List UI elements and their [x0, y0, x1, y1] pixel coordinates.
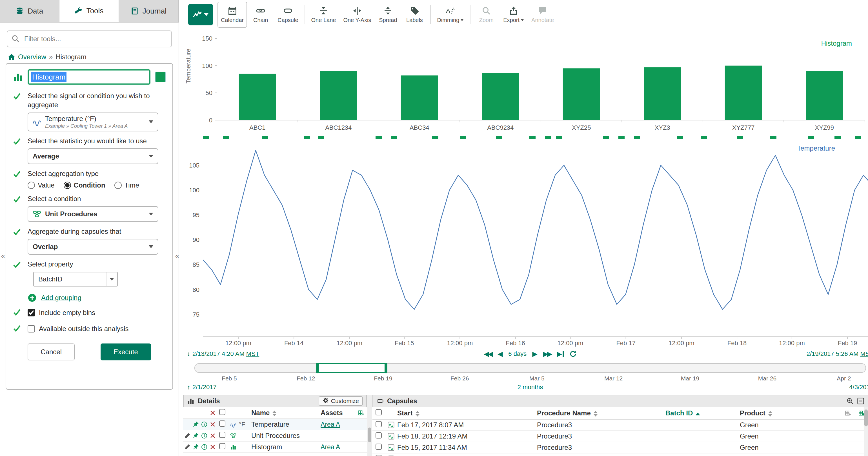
remove-icon[interactable] — [209, 444, 217, 450]
toolbar-button-export[interactable]: Export — [500, 2, 527, 28]
remove-icon[interactable] — [209, 421, 217, 428]
timeline-track[interactable] — [194, 363, 866, 373]
row-checkbox[interactable] — [376, 444, 382, 450]
collapse-left-edge-chevron[interactable]: « — [1, 252, 5, 260]
table-row[interactable]: °FTemperatureArea A — [183, 419, 367, 430]
collapse-panel-icon[interactable] — [857, 397, 864, 405]
trend-legend[interactable]: Temperature — [797, 144, 835, 152]
condition-select[interactable]: Unit Procedures — [28, 206, 158, 222]
available-outside-checkbox[interactable] — [28, 325, 35, 333]
range-end[interactable]: 2/19/2017 5:26 AM MST — [807, 350, 868, 358]
histogram-legend[interactable]: Histogram — [821, 39, 852, 47]
asset-link[interactable]: Area A — [320, 443, 355, 451]
timeline-end[interactable]: 4/3/2017 — [849, 383, 868, 391]
info-icon[interactable] — [200, 433, 209, 439]
toolbar-button-labels[interactable]: Labels — [401, 2, 427, 28]
timeline-selection-window[interactable] — [318, 363, 386, 373]
skip-to-end-button[interactable]: ▶ — [557, 350, 564, 357]
toolbar-button-calendar[interactable]: Calendar — [217, 2, 247, 28]
toolbar-button-spread[interactable]: Spread — [375, 2, 401, 28]
include-empty-bins-checkbox[interactable] — [28, 309, 35, 316]
details-assets-column[interactable]: Assets — [320, 409, 355, 417]
cancel-button[interactable]: Cancel — [28, 343, 75, 361]
select-all-capsules-checkbox[interactable] — [376, 409, 382, 416]
item-name[interactable]: Unit Procedures — [251, 432, 320, 440]
histogram-name-input[interactable]: Histogram — [28, 69, 150, 85]
radio-condition-input[interactable] — [64, 181, 71, 189]
during-select[interactable]: Overlap — [28, 239, 158, 255]
color-swatch-button[interactable] — [155, 72, 166, 82]
property-select[interactable]: BatchID — [33, 272, 118, 286]
toolbar-button-one-y-axis[interactable]: One Y-Axis — [340, 2, 374, 28]
pin-icon[interactable] — [192, 433, 200, 439]
table-row[interactable]: Feb 17, 2017 8:07 AMProcedure3Green — [372, 420, 868, 431]
remove-all-icon[interactable] — [209, 410, 217, 416]
table-row[interactable]: HistogramArea A — [183, 441, 367, 453]
filter-tools-input[interactable] — [7, 30, 172, 47]
add-grouping-link[interactable]: Add grouping — [41, 294, 82, 302]
histogram-chart[interactable]: 050100150ABC1ABC1234ABC34ABC9234XYZ25XYZ… — [186, 33, 868, 133]
timeline-handle-right[interactable] — [384, 363, 388, 373]
radio-time-input[interactable] — [114, 181, 122, 189]
row-checkbox[interactable] — [376, 455, 382, 456]
signal-select[interactable]: Temperature (°F) Example » Cooling Tower… — [28, 113, 158, 132]
timeline-duration[interactable]: 2 months — [186, 383, 868, 391]
info-icon[interactable] — [200, 444, 209, 450]
edit-icon[interactable] — [183, 444, 192, 450]
toolbar-button-dimming[interactable]: Dimming — [434, 2, 467, 28]
tab-tools[interactable]: Tools — [59, 0, 119, 22]
details-name-column[interactable]: Name — [251, 409, 320, 417]
zoom-to-capsule-icon[interactable] — [846, 397, 854, 405]
capsules-scrollbar[interactable] — [864, 407, 868, 456]
customize-button[interactable]: Customize — [319, 396, 363, 406]
table-row[interactable]: Feb 15, 2017 11:43 PMProcedure3Green — [372, 453, 868, 456]
table-icon[interactable] — [841, 410, 855, 416]
statistic-select[interactable]: Average — [28, 148, 158, 164]
row-checkbox[interactable] — [376, 421, 382, 427]
refresh-icon[interactable] — [569, 350, 577, 358]
capsules-start-column[interactable]: Start — [397, 409, 537, 417]
timeline-handle-left[interactable] — [316, 363, 319, 373]
row-checkbox[interactable] — [219, 421, 225, 427]
toolbar-button-one-lane[interactable]: One Lane — [308, 2, 339, 28]
edit-icon[interactable] — [183, 433, 192, 439]
tab-data[interactable]: Data — [0, 0, 59, 22]
breadcrumb-overview[interactable]: Overview — [18, 53, 46, 61]
asset-link[interactable]: Area A — [320, 421, 355, 428]
row-checkbox[interactable] — [376, 432, 382, 438]
row-checkbox[interactable] — [219, 432, 225, 438]
item-name[interactable]: Temperature — [251, 421, 320, 428]
radio-value-input[interactable] — [28, 181, 35, 189]
table-row[interactable]: Feb 18, 2017 12:19 AMProcedure3Green — [372, 431, 868, 442]
capsules-batchid-column[interactable]: Batch ID — [665, 409, 740, 417]
table-row[interactable]: Feb 15, 2017 11:34 AMProcedure3Green — [372, 442, 868, 453]
range-duration[interactable]: 6 days — [508, 350, 527, 358]
item-name[interactable]: Histogram — [251, 443, 320, 451]
row-checkbox[interactable] — [219, 443, 225, 449]
radio-condition[interactable]: Condition — [64, 181, 105, 189]
step-back-button[interactable]: ◀ — [498, 350, 503, 357]
toolbar-button-capsule[interactable]: Capsule — [274, 2, 302, 28]
display-mode-select[interactable] — [188, 4, 213, 25]
capsules-procedure-column[interactable]: Procedure Name — [537, 409, 665, 417]
pin-icon[interactable] — [192, 421, 200, 428]
step-forward-button[interactable]: ▶ — [532, 350, 537, 357]
tab-journal[interactable]: Journal — [119, 0, 179, 22]
toolbar-button-chain[interactable]: Chain — [248, 2, 274, 28]
histogram-plot[interactable]: 050100150ABC1ABC1234ABC34ABC9234XYZ25XYZ… — [186, 33, 868, 133]
details-scrollbar[interactable] — [367, 395, 372, 456]
remove-icon[interactable] — [209, 433, 217, 439]
home-icon[interactable] — [8, 53, 15, 61]
trend-chart[interactable]: 758085909510010512:00 pmFeb 1412:00 pmFe… — [186, 141, 868, 347]
trend-plot[interactable]: 758085909510010512:00 pmFeb 1412:00 pmFe… — [186, 141, 868, 347]
info-icon[interactable] — [200, 421, 209, 428]
step-back-fast-button[interactable]: ◀◀ — [484, 350, 492, 357]
table-row[interactable]: Unit Procedures — [183, 430, 367, 441]
radio-value[interactable]: Value — [28, 181, 55, 189]
capsules-product-column[interactable]: Product — [740, 409, 841, 417]
add-column-icon[interactable] — [355, 410, 367, 416]
radio-time[interactable]: Time — [114, 181, 139, 189]
step-forward-fast-button[interactable]: ▶▶ — [543, 350, 551, 357]
execute-button[interactable]: Execute — [100, 343, 151, 361]
select-all-checkbox[interactable] — [219, 409, 225, 415]
